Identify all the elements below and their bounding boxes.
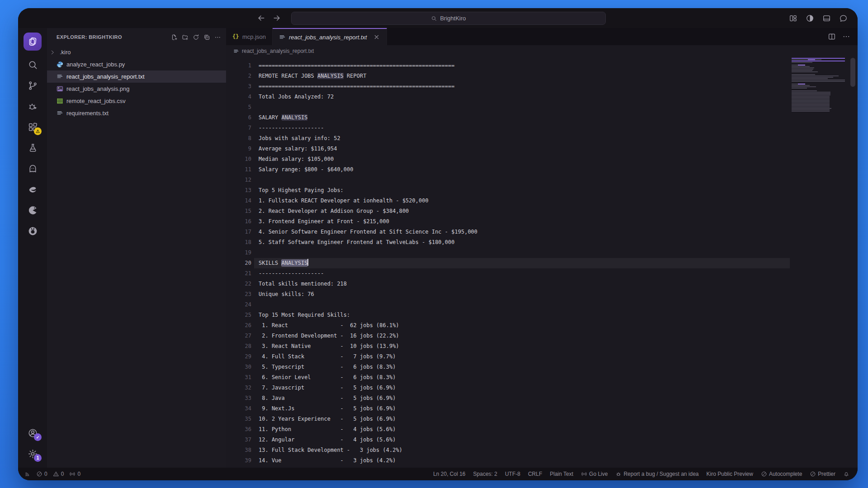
status-prettier[interactable]: Prettier (810, 471, 835, 477)
panel-bottom-icon[interactable] (822, 14, 831, 23)
code-line: -------------------- (259, 268, 785, 279)
scrollbar[interactable] (850, 57, 856, 468)
status-label: CRLF (528, 471, 542, 477)
activity-item-settings[interactable]: 1 (22, 443, 43, 464)
layout-grid-icon[interactable] (789, 14, 797, 23)
status-errors[interactable]: 0 (36, 471, 47, 477)
command-center-search[interactable]: BrightKiro (291, 12, 606, 25)
warning-icon (53, 471, 59, 477)
status-warnings[interactable]: 0 (53, 471, 64, 477)
settings-badge: 1 (34, 454, 42, 462)
ellipsis-icon[interactable] (214, 33, 222, 41)
file-row[interactable]: remote_react_jobs.csv (47, 95, 226, 107)
circle-slash-icon (810, 471, 816, 477)
status-notifications[interactable] (843, 471, 849, 477)
status-language-mode[interactable]: Plain Text (550, 471, 573, 477)
activity-item-extensions[interactable]: ⚠ (22, 117, 43, 137)
search-icon (28, 60, 38, 70)
activity-item-accounts[interactable]: ✓ (22, 422, 43, 443)
file-row[interactable]: .kiro (47, 46, 226, 58)
activity-item-extension-rabbit[interactable] (22, 221, 43, 241)
chat-bubble-icon[interactable] (839, 14, 848, 23)
activity-item-testing[interactable] (22, 137, 43, 158)
line-numbers: 1234567891011121314151617181920212223242… (226, 61, 251, 468)
status-bar: 000 Ln 20, Col 16Spaces: 2UTF-8CRLFPlain… (18, 468, 858, 480)
contrast-toggle-icon[interactable] (806, 14, 814, 23)
code-line: REMOTE REACT JOBS ANALYSIS REPORT (259, 71, 785, 81)
activity-item-kiro-agent[interactable] (22, 158, 43, 179)
minimap[interactable] (792, 58, 847, 112)
split-icon[interactable] (828, 33, 836, 41)
status-label: Ln 20, Col 16 (433, 471, 465, 477)
activity-item-run-debug[interactable] (22, 96, 43, 117)
code-line: 1. React - 62 jobs (86.1%) (259, 320, 785, 331)
status-go-live[interactable]: Go Live (581, 471, 608, 477)
refresh-icon[interactable] (192, 33, 200, 41)
status-remote[interactable] (24, 471, 31, 477)
warning-badge: ⚠ (34, 127, 42, 135)
remote-icon (24, 471, 31, 477)
status-kiro-public-preview[interactable]: Kiro Public Preview (707, 471, 753, 477)
rabbit-icon (28, 226, 38, 236)
status-label: Plain Text (550, 471, 573, 477)
collapse-all-icon[interactable] (203, 33, 211, 41)
status-ports[interactable]: 0 (69, 471, 80, 477)
status-eol[interactable]: CRLF (528, 471, 542, 477)
status-indentation[interactable]: Spaces: 2 (473, 471, 497, 477)
file-label: react_jobs_analysis.png (66, 85, 129, 92)
tab-react_jobs_analysis_report.txt[interactable]: react_jobs_analysis_report.txt (273, 28, 387, 45)
file-row[interactable]: analyze_react_jobs.py (47, 58, 226, 70)
code-line: 4. Senior Software Engineer Frontend at … (259, 227, 785, 237)
code-line: 2. Frontend Development - 16 jobs (22.2%… (259, 331, 785, 341)
bell-icon (843, 471, 849, 477)
code-line: SALARY ANALYSIS (259, 113, 785, 123)
text-file-icon (57, 110, 63, 117)
title-bar: BrightKiro (18, 8, 858, 28)
file-label: requirements.txt (66, 110, 108, 117)
broadcast-icon (69, 471, 75, 477)
tab-bar: {}mcp.jsonreact_jobs_analysis_report.txt (226, 28, 858, 45)
new-folder-icon[interactable] (181, 33, 189, 41)
code-line: SKILLS ANALYSIS (259, 258, 785, 268)
editor[interactable]: 1234567891011121314151617181920212223242… (226, 57, 858, 468)
bug-icon (615, 471, 622, 477)
activity-item-extension-pacman[interactable] (22, 200, 43, 221)
ghost-icon (28, 164, 38, 174)
scrollbar-thumb[interactable] (850, 58, 855, 87)
status-label: Autocomplete (769, 471, 802, 477)
status-label: 0 (44, 471, 47, 477)
tab-label: mcp.json (242, 33, 266, 40)
back-icon[interactable] (257, 14, 266, 23)
e-logo-icon (28, 184, 38, 195)
image-file-icon (57, 85, 63, 92)
file-row[interactable]: react_jobs_analysis_report.txt (47, 70, 226, 83)
code-line: Top 5 Highest Paying Jobs: (259, 185, 785, 196)
new-file-icon[interactable] (170, 33, 178, 41)
status-report-bug[interactable]: Report a bug / Suggest an idea (615, 471, 698, 477)
code-line: 13. Full Stack Development - 3 jobs (4.2… (259, 445, 785, 455)
kiro-logo-icon (27, 36, 38, 47)
close-icon[interactable] (373, 33, 380, 41)
forward-icon[interactable] (272, 14, 281, 23)
activity-item-search[interactable] (22, 54, 43, 75)
status-label: UTF-8 (505, 471, 520, 477)
file-row[interactable]: requirements.txt (47, 107, 226, 119)
ellipsis-icon[interactable] (842, 33, 850, 41)
status-cursor-position[interactable]: Ln 20, Col 16 (433, 471, 465, 477)
tab-mcp.json[interactable]: {}mcp.json (226, 28, 273, 45)
file-row[interactable]: react_jobs_analysis.png (47, 83, 226, 95)
search-value: BrightKiro (440, 15, 466, 22)
code-line: Top 15 Most Required Skills: (259, 310, 785, 320)
status-encoding[interactable]: UTF-8 (505, 471, 520, 477)
code-line: 7. Javascript - 5 jobs (6.9%) (259, 383, 785, 393)
status-autocomplete[interactable]: Autocomplete (761, 471, 802, 477)
code-line: 4. Full Stack - 7 jobs (9.7%) (259, 352, 785, 362)
activity-item-kiro-explorer[interactable] (24, 33, 42, 51)
activity-item-extension-e[interactable] (22, 179, 43, 200)
activity-item-source-control[interactable] (22, 75, 43, 96)
status-label: 0 (77, 471, 80, 477)
breadcrumb[interactable]: react_jobs_analysis_report.txt (226, 45, 858, 57)
status-label: Spaces: 2 (473, 471, 497, 477)
code-line: 15. Node.Js - 3 jobs (4.2%) (259, 466, 785, 468)
file-label: .kiro (60, 49, 71, 56)
